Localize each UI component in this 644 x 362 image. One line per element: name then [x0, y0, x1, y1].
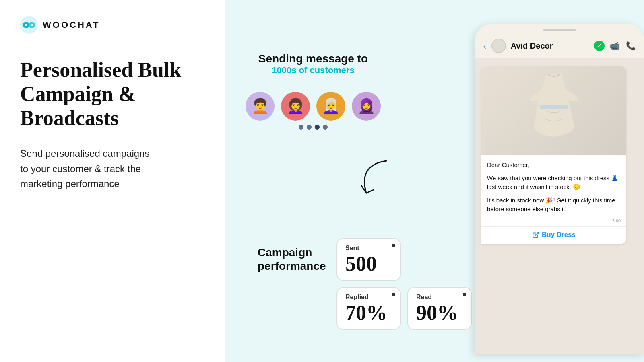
main-heading: Personalised Bulk Campaign & Broadcasts — [20, 58, 205, 130]
dress-image — [481, 66, 626, 155]
phone-mockup: ‹ Avid Decor ✓ 📹 📞 — [475, 24, 644, 354]
call-icon[interactable]: 📞 — [626, 41, 636, 51]
phone-header: ‹ Avid Decor ✓ 📹 📞 — [475, 32, 644, 58]
phone-notch — [543, 29, 576, 31]
left-panel: WOOCHAT Personalised Bulk Campaign & Bro… — [0, 0, 225, 362]
svg-line-6 — [535, 232, 538, 235]
greeting: Dear Customer, — [487, 160, 621, 170]
logo-text: WOOCHAT — [43, 20, 100, 30]
campaign-label: Campaign performance — [258, 246, 330, 273]
replied-stat-dot — [392, 293, 395, 296]
bubble-text: Dear Customer, We saw that you were chec… — [481, 160, 626, 214]
logo-area: WOOCHAT — [20, 16, 205, 34]
buy-dress-label: Buy Dress — [542, 231, 576, 239]
dot-1 — [299, 125, 303, 130]
campaign-row-top: Campaign performance Sent 500 — [258, 238, 472, 281]
avatar-1: 🧑‍🦱 — [246, 92, 275, 121]
replied-value: 70% — [345, 302, 392, 323]
dot-4 — [323, 125, 328, 130]
bottom-stats-row: Replied 70% Read 90% — [336, 287, 472, 330]
arrow-area — [354, 157, 402, 207]
dot-2 — [307, 125, 312, 130]
center-content: Sending message to 1000s of customers 🧑‍… — [246, 52, 381, 154]
read-label: Read — [416, 294, 463, 301]
sent-stat-dot — [392, 244, 395, 247]
verified-badge: ✓ — [594, 41, 605, 51]
contact-name: Avid Decor — [511, 41, 589, 51]
campaign-area: Campaign performance Sent 500 Replied 70… — [258, 238, 472, 330]
message-body-1: We saw that you were checking out this d… — [487, 174, 621, 192]
contact-avatar — [491, 39, 506, 53]
svg-point-4 — [31, 24, 33, 26]
sending-title: Sending message to — [258, 52, 368, 65]
video-call-icon[interactable]: 📹 — [609, 41, 619, 51]
sub-description: Send personalised campaigns to your cust… — [20, 146, 205, 191]
avatar-2: 👩‍🦱 — [281, 92, 310, 121]
message-bubble: Dear Customer, We saw that you were chec… — [481, 66, 626, 244]
sending-subtitle: 1000s of customers — [258, 65, 368, 76]
phone-action-icons: 📹 📞 — [609, 41, 636, 51]
avatar-3: 👩‍🦳 — [316, 92, 345, 121]
right-panel: Sending message to 1000s of customers 🧑‍… — [225, 0, 644, 362]
sent-value: 500 — [345, 253, 392, 274]
dot-3 — [315, 125, 320, 130]
sent-label: Sent — [345, 245, 392, 252]
phone-body: Dear Customer, We saw that you were chec… — [475, 58, 644, 354]
read-stat-box: Read 90% — [407, 287, 472, 330]
message-timestamp: 13:00 — [481, 218, 626, 226]
read-value: 90% — [416, 302, 463, 323]
sending-box: Sending message to 1000s of customers — [258, 52, 368, 76]
carousel-dots — [299, 125, 328, 130]
svg-rect-5 — [540, 105, 568, 109]
avatar-4: 🧕 — [352, 92, 381, 121]
avatars-row: 🧑‍🦱 👩‍🦱 👩‍🦳 🧕 — [246, 92, 381, 121]
message-body-2: It's back in stock now 🎉! Get it quickly… — [487, 196, 621, 214]
buy-dress-button[interactable]: Buy Dress — [481, 226, 626, 239]
sent-stat-box: Sent 500 — [336, 238, 401, 281]
woochat-logo-icon — [20, 16, 38, 34]
read-stat-dot — [463, 293, 466, 296]
replied-label: Replied — [345, 294, 392, 301]
replied-stat-box: Replied 70% — [336, 287, 401, 330]
back-icon[interactable]: ‹ — [483, 40, 487, 52]
svg-point-3 — [25, 24, 27, 26]
